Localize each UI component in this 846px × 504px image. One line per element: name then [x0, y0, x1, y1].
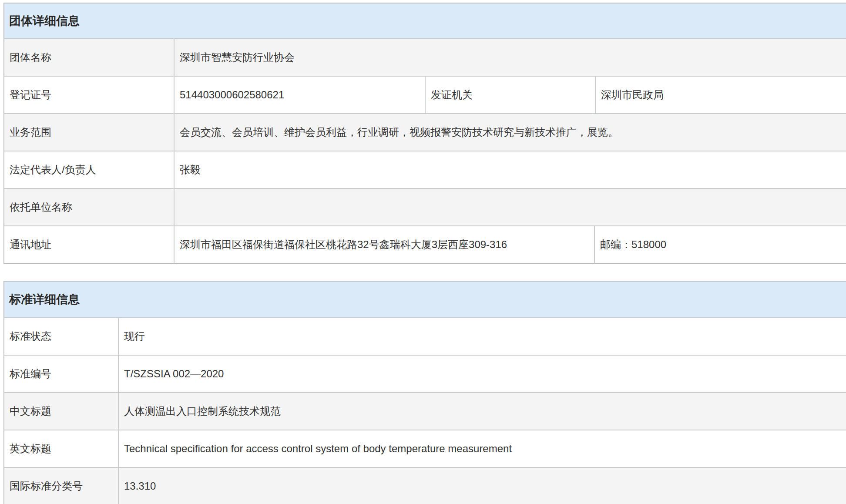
group-name-label: 团体名称 [4, 39, 174, 76]
legal-representative-label: 法定代表人/负责人 [4, 151, 174, 188]
table-row: 英文标题 Technical specification for access … [4, 430, 846, 467]
table-row: 业务范围 会员交流、会员培训、维护会员利益，行业调研，视频报警安防技术研究与新技… [4, 113, 846, 151]
standard-detail-title: 标准详细信息 [9, 292, 80, 307]
issuing-authority-value: 深圳市民政局 [595, 77, 846, 113]
group-detail-table: 团体详细信息 团体名称 深圳市智慧安防行业协会 登记证号 51440300060… [3, 3, 846, 264]
postcode-value: 邮编：518000 [594, 226, 846, 263]
standard-detail-table: 标准详细信息 标准状态 现行 标准编号 T/SZSSIA 002—2020 中文… [3, 281, 846, 504]
business-scope-value: 会员交流、会员培训、维护会员利益，行业调研，视频报警安防技术研究与新技术推广，展… [174, 114, 846, 151]
group-detail-header: 团体详细信息 [4, 3, 846, 38]
table-row: 通讯地址 深圳市福田区福保街道福保社区桃花路32号鑫瑞科大厦3层西座309-31… [4, 225, 846, 263]
table-row: 国际标准分类号 13.310 [4, 467, 846, 504]
registration-number-label: 登记证号 [4, 77, 174, 113]
chinese-title-value: 人体测温出入口控制系统技术规范 [118, 393, 846, 430]
standard-status-value: 现行 [118, 318, 846, 355]
group-name-value: 深圳市智慧安防行业协会 [174, 39, 846, 76]
table-row: 中文标题 人体测温出入口控制系统技术规范 [4, 392, 846, 430]
ics-number-label: 国际标准分类号 [4, 468, 118, 504]
group-detail-title: 团体详细信息 [9, 13, 80, 29]
supporting-unit-value [174, 189, 846, 225]
standard-detail-header: 标准详细信息 [4, 282, 846, 317]
address-label: 通讯地址 [4, 226, 174, 263]
table-row: 标准编号 T/SZSSIA 002—2020 [4, 355, 846, 392]
standard-number-value: T/SZSSIA 002—2020 [118, 356, 846, 392]
table-row: 法定代表人/负责人 张毅 [4, 151, 846, 188]
business-scope-label: 业务范围 [4, 114, 174, 151]
table-row: 登记证号 514403000602580621 发证机关 深圳市民政局 [4, 76, 846, 113]
english-title-value: Technical specification for access contr… [118, 430, 846, 467]
standard-status-label: 标准状态 [4, 318, 118, 355]
chinese-title-label: 中文标题 [4, 393, 118, 430]
issuing-authority-label: 发证机关 [425, 77, 595, 113]
english-title-label: 英文标题 [4, 430, 118, 467]
supporting-unit-label: 依托单位名称 [4, 189, 174, 225]
registration-number-value: 514403000602580621 [174, 77, 425, 113]
address-value: 深圳市福田区福保街道福保社区桃花路32号鑫瑞科大厦3层西座309-316 [174, 226, 594, 263]
table-row: 依托单位名称 [4, 188, 846, 225]
ics-number-value: 13.310 [118, 468, 846, 504]
legal-representative-value: 张毅 [174, 151, 846, 188]
table-row: 团体名称 深圳市智慧安防行业协会 [4, 38, 846, 76]
table-row: 标准状态 现行 [4, 317, 846, 355]
standard-number-label: 标准编号 [4, 356, 118, 392]
